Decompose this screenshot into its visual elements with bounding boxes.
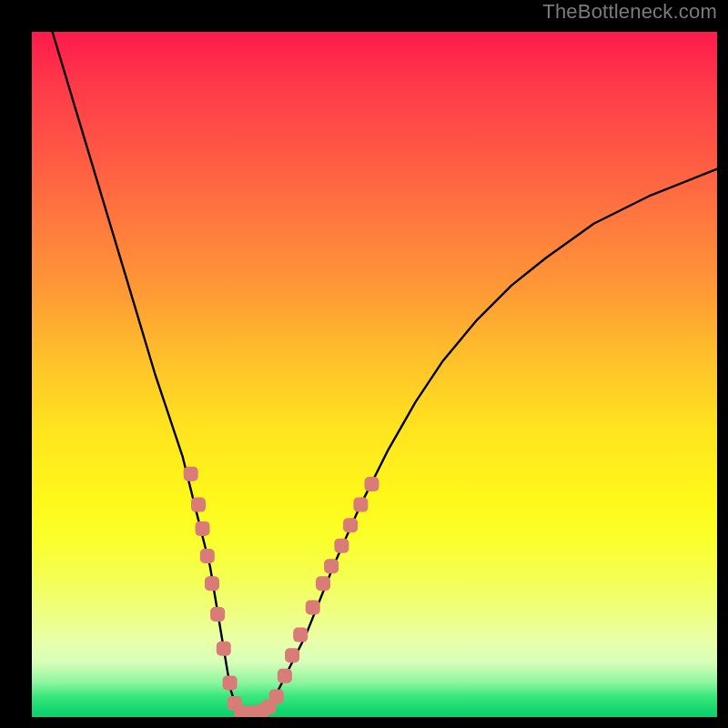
- data-marker: [217, 642, 231, 656]
- data-marker: [200, 549, 215, 563]
- data-marker: [343, 518, 358, 532]
- data-marker: [223, 675, 238, 690]
- marker-layer: [184, 467, 379, 717]
- data-marker: [196, 521, 210, 536]
- data-marker: [285, 648, 299, 662]
- data-marker: [191, 498, 206, 512]
- data-marker: [324, 559, 339, 573]
- data-marker: [184, 467, 198, 481]
- data-marker: [316, 576, 330, 591]
- data-marker: [269, 689, 284, 703]
- chart-svg: [32, 32, 717, 717]
- chart-frame: TheBottleneck.com: [0, 0, 728, 728]
- bottleneck-curve: [53, 32, 717, 713]
- curve-layer: [53, 32, 717, 713]
- data-marker: [293, 628, 308, 642]
- data-marker: [278, 669, 292, 683]
- data-marker: [210, 607, 225, 622]
- watermark-text: TheBottleneck.com: [542, 0, 717, 24]
- data-marker: [353, 498, 368, 512]
- data-marker: [365, 477, 379, 491]
- data-marker: [334, 539, 349, 553]
- plot-area: [32, 32, 717, 717]
- data-marker: [205, 576, 219, 591]
- data-marker: [306, 601, 320, 615]
